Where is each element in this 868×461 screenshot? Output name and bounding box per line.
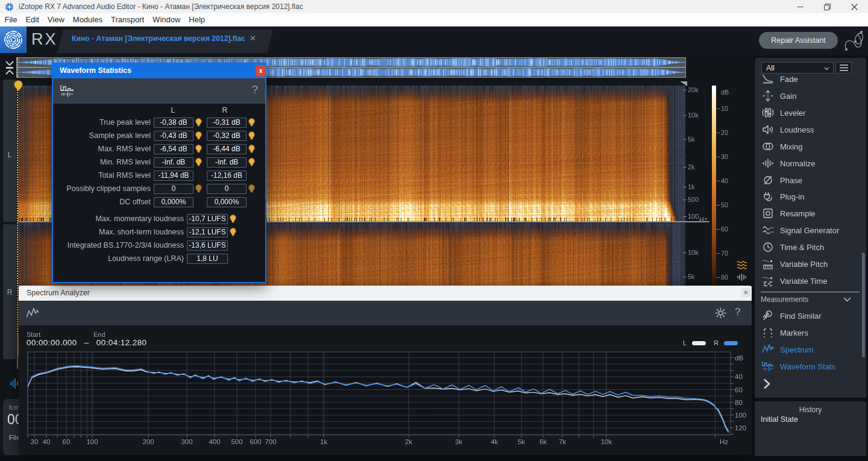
- sidebar-item-markers[interactable]: Markers: [755, 324, 866, 341]
- sidebar-item-normalize[interactable]: Normalize: [755, 155, 866, 172]
- close-button[interactable]: [841, 0, 868, 13]
- stat-label: Max. RMS level: [53, 145, 151, 153]
- maximize-button[interactable]: [814, 0, 841, 13]
- spectrum-analyzer-close-icon[interactable]: ✕: [741, 288, 750, 297]
- spectrum-analyzer-titlebar[interactable]: Spectrum Analyzer: [19, 286, 752, 301]
- sidebar-item-variable-pitch[interactable]: Variable Pitch: [755, 256, 866, 272]
- stat-label: Possibly clipped samples: [53, 184, 151, 193]
- repair-assistant-scribble-icon[interactable]: [843, 29, 866, 53]
- playhead-marker[interactable]: [14, 80, 23, 92]
- plot-x-label-60: 60: [63, 438, 71, 445]
- waveform-view-icon[interactable]: [10, 378, 19, 389]
- analyzer-help-icon[interactable]: ?: [735, 306, 740, 318]
- sidebar-item-label: Normalize: [780, 159, 816, 168]
- spectrum-plot[interactable]: 3040601002003004005006007001k2k3k4k5k6k7…: [19, 325, 752, 455]
- sidebar-item-find-similar[interactable]: Find Similar: [755, 307, 866, 324]
- axis-tick: [683, 167, 687, 168]
- sidebar-item-resample[interactable]: Resample: [755, 205, 866, 222]
- measurements-section-header[interactable]: Measurements: [761, 295, 808, 304]
- stat-value-l: 0,000%: [154, 197, 193, 207]
- sidebar-item-plug-in[interactable]: Plug-in: [755, 188, 866, 205]
- sidebar-item-spectrum[interactable]: Spectrum: [755, 341, 866, 358]
- waveform-stats-module-icon: [60, 84, 74, 98]
- stat-value: -10,7 LUFS: [187, 214, 228, 224]
- repair-assistant-button[interactable]: Repair Assistant: [759, 32, 838, 49]
- sidebar-scrollbar[interactable]: [862, 252, 865, 357]
- stats-row-loudness-range-lra: Loudness range (LRA) 1,8 LU: [53, 252, 265, 265]
- freq-label-500: 500: [688, 196, 699, 203]
- playhead-line[interactable]: [17, 90, 18, 359]
- sidebar-item-label: Phase: [780, 176, 802, 185]
- gear-icon[interactable]: [715, 307, 726, 319]
- minimize-button[interactable]: [787, 0, 814, 13]
- spectrogram-amplitude-colorbar[interactable]: [712, 86, 716, 286]
- expand-panel-chevron-icon[interactable]: [763, 378, 770, 389]
- menu-item-help[interactable]: Help: [185, 13, 209, 26]
- stats-dialog-title: Waveform Statistics: [60, 66, 131, 75]
- stats-row-dc-offset: DC offset 0,000% 0,000%: [53, 195, 265, 209]
- overview-playhead[interactable]: [17, 58, 18, 77]
- sidebar-item-gain[interactable]: Gain: [755, 87, 866, 104]
- sidebar-item-loudness[interactable]: Loudness: [755, 121, 866, 138]
- stats-dialog-close-button[interactable]: x: [256, 65, 266, 77]
- sidebar-item-signal-generator[interactable]: Signal Generator: [755, 222, 866, 239]
- menu-item-edit[interactable]: Edit: [22, 13, 43, 26]
- menu-item-window[interactable]: Window: [149, 13, 184, 26]
- measurements-collapse-chevron-icon[interactable]: [843, 297, 851, 302]
- colorbar-db-label-50: 50: [721, 201, 728, 209]
- stat-value-r: 0,000%: [207, 197, 247, 207]
- edge-scrollbar[interactable]: [17, 334, 18, 369]
- stat-value-r: -12,16 dB: [207, 171, 247, 181]
- sidebar-item-label: Plug-in: [780, 192, 804, 201]
- stat-value-l: -0,43 dB: [154, 131, 193, 141]
- menu-item-file[interactable]: File: [1, 13, 21, 26]
- plot-y-label-dB: dB: [735, 354, 743, 362]
- plot-x-label-10k: 10k: [601, 438, 612, 445]
- amplitude-meter-icon[interactable]: [737, 274, 746, 281]
- rx-product-name: RX: [31, 30, 58, 49]
- colorbar-db-label-80: 80: [721, 274, 728, 281]
- sidebar-item-mixing[interactable]: Mixing: [755, 138, 866, 155]
- menu-item-transport[interactable]: Transport: [107, 13, 148, 26]
- freq-label-5k: 5k: [688, 136, 695, 143]
- plot-x-label-1k: 1k: [320, 438, 327, 445]
- plot-x-label-40: 40: [43, 438, 51, 445]
- stats-row-sample-peak-level: Sample peak level -0,43 dB -0,32 dB: [53, 129, 265, 142]
- sidebar-item-time-pitch[interactable]: Time & Pitch: [755, 239, 866, 256]
- spectrogram-settings-icon[interactable]: [737, 260, 747, 270]
- sidebar-item-variable-time[interactable]: Variable Time: [755, 272, 866, 289]
- plot-x-label-5k: 5k: [518, 438, 525, 445]
- time-unit-label: h:m: [9, 404, 20, 411]
- colorbar-db-label-60: 60: [721, 225, 728, 233]
- stats-dialog-titlebar[interactable]: Waveform Statistics: [53, 64, 265, 78]
- plot-x-label-500: 500: [231, 438, 242, 445]
- stats-dialog-toolbar: ?: [53, 78, 265, 104]
- freq-label-20k: 20k: [688, 86, 699, 93]
- sidebar-item-label: Spectrum: [780, 345, 814, 354]
- stats-help-icon[interactable]: ?: [251, 83, 258, 96]
- axis-tick: [717, 133, 720, 133]
- menu-item-modules[interactable]: Modules: [69, 13, 106, 26]
- channel-label-r: R: [3, 288, 16, 296]
- file-tab-close-icon[interactable]: ✕: [250, 34, 256, 43]
- axis-tick: [717, 205, 720, 205]
- column-header-r: R: [206, 106, 244, 114]
- history-item-initial-state[interactable]: Initial State: [761, 415, 798, 424]
- module-list-panel: All Fade Gain Leveler Loudness Mixing No…: [755, 58, 866, 398]
- plot-x-label-2k: 2k: [405, 438, 412, 445]
- suggestion-bulb-icon: [195, 145, 202, 153]
- plot-x-label-30: 30: [31, 438, 39, 445]
- sidebar-item-waveform-stats[interactable]: Waveform Stats: [755, 358, 866, 375]
- stat-value: -13,6 LUFS: [187, 240, 228, 251]
- collapse-overview-icon[interactable]: [5, 61, 14, 75]
- stats-row-min-rms-level: Min. RMS level -Inf. dB -Inf. dB: [53, 155, 265, 169]
- axis-tick: [683, 199, 687, 200]
- sidebar-item-label: Markers: [780, 328, 808, 337]
- stat-label: DC offset: [53, 198, 151, 206]
- file-tab-label[interactable]: Кино - Атаман [Электрическая версия 2012…: [72, 34, 245, 43]
- sidebar-item-leveler[interactable]: Leveler: [755, 104, 866, 121]
- menu-item-view[interactable]: View: [43, 13, 68, 26]
- sidebar-item-phase[interactable]: Phase: [755, 172, 866, 189]
- os-titlebar[interactable]: iZotope RX 7 Advanced Audio Editor - Кин…: [0, 0, 868, 13]
- sidebar-item-fade[interactable]: Fade: [755, 71, 866, 87]
